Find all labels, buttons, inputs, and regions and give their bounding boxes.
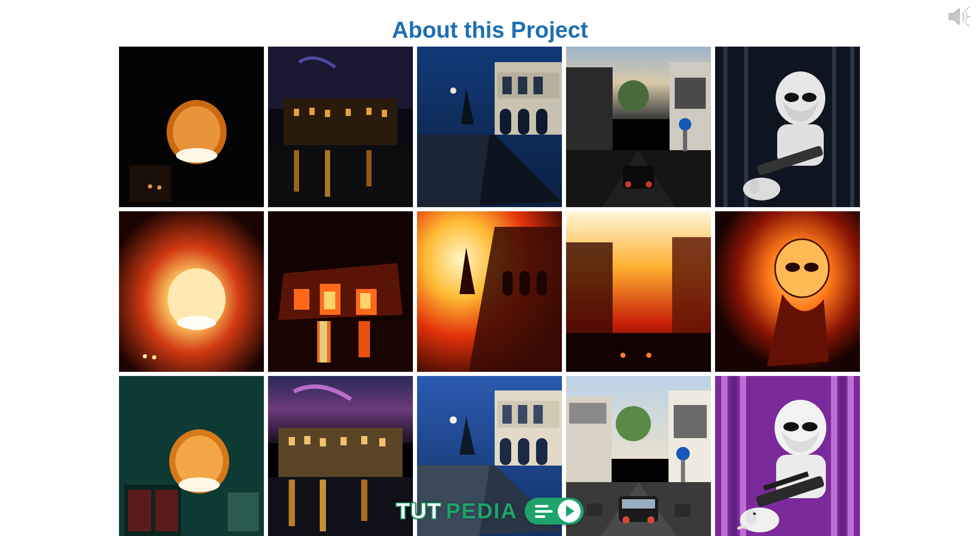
svg-point-144 (783, 422, 799, 431)
svg-point-88 (804, 263, 819, 272)
svg-rect-14 (309, 108, 315, 115)
grid-image-row1-cliff-building-dusk (417, 47, 562, 207)
grid-image-row2-street-heatmap (566, 211, 711, 372)
svg-rect-15 (325, 110, 330, 117)
svg-point-42 (646, 181, 652, 187)
svg-rect-71 (359, 321, 370, 357)
grid-image-row3-stormtrooper-enhanced (715, 376, 860, 536)
grid-image-row2-venice-heatmap (268, 211, 413, 372)
svg-point-125 (616, 406, 651, 441)
svg-rect-72 (320, 321, 327, 363)
svg-rect-91 (128, 490, 151, 531)
grid-image-row3-venice-enhanced (268, 376, 413, 536)
svg-rect-113 (500, 438, 511, 465)
svg-rect-124 (674, 405, 707, 438)
svg-rect-64 (294, 289, 309, 310)
svg-rect-28 (536, 109, 547, 135)
svg-point-111 (450, 416, 457, 424)
svg-point-145 (802, 422, 818, 431)
svg-rect-30 (502, 77, 512, 94)
grid-image-row2-lamp-heatmap (119, 211, 264, 372)
svg-rect-78 (566, 242, 613, 346)
svg-point-133 (647, 516, 655, 524)
grid-image-row1-venice-night (268, 47, 413, 207)
svg-rect-104 (361, 436, 367, 444)
svg-point-43 (679, 118, 691, 131)
svg-point-52 (802, 93, 816, 102)
grid-image-row2-stormtrooper-heatmap (715, 211, 860, 372)
svg-rect-102 (320, 438, 326, 446)
svg-rect-122 (569, 403, 606, 424)
grid-image-row3-cliff-enhanced (417, 376, 562, 536)
grid-image-row1-stormtrooper-dark (715, 47, 860, 207)
svg-rect-19 (268, 145, 413, 207)
svg-point-7 (176, 148, 217, 163)
svg-point-41 (625, 181, 631, 187)
grid-image-row1-street-evening (566, 47, 711, 207)
svg-point-150 (746, 509, 757, 525)
svg-rect-67 (324, 292, 335, 309)
svg-point-151 (753, 513, 756, 515)
grid-image-row3-street-enhanced (566, 376, 711, 536)
svg-rect-31 (518, 77, 527, 94)
svg-point-56 (749, 179, 760, 194)
svg-rect-20 (294, 150, 299, 192)
svg-rect-109 (361, 480, 367, 521)
svg-rect-18 (382, 110, 387, 117)
svg-point-51 (784, 93, 799, 102)
svg-rect-127 (681, 460, 685, 483)
svg-point-61 (143, 354, 147, 358)
svg-rect-21 (325, 150, 330, 197)
grid-image-row3-lamp-enhanced (119, 376, 264, 536)
svg-rect-13 (294, 109, 299, 116)
svg-rect-68 (360, 293, 370, 309)
svg-rect-134 (587, 503, 602, 516)
image-grid (119, 47, 859, 536)
svg-rect-69 (268, 320, 413, 372)
svg-rect-35 (670, 62, 711, 161)
svg-rect-114 (518, 438, 529, 465)
svg-point-82 (646, 353, 651, 358)
audio-speaker-icon[interactable] (946, 4, 971, 29)
svg-point-24 (450, 88, 456, 94)
svg-rect-12 (284, 98, 397, 145)
svg-rect-16 (346, 109, 351, 116)
svg-point-55 (743, 178, 780, 200)
svg-rect-99 (278, 428, 403, 477)
svg-point-62 (152, 355, 156, 359)
svg-point-37 (618, 80, 649, 111)
slide-title: About this Project (0, 15, 980, 43)
grid-image-row2-cliff-heatmap (417, 211, 562, 372)
svg-rect-108 (320, 480, 326, 531)
svg-point-9 (157, 185, 161, 190)
svg-point-60 (177, 316, 216, 329)
svg-line-2 (967, 24, 969, 26)
svg-rect-97 (228, 492, 259, 531)
slide: About this Project (0, 0, 980, 536)
svg-line-0 (967, 7, 969, 9)
svg-rect-107 (289, 480, 295, 526)
svg-rect-79 (672, 237, 711, 346)
svg-point-8 (148, 184, 152, 189)
grid-image-row1-lamp-dark (119, 47, 264, 207)
svg-rect-119 (533, 405, 543, 424)
svg-point-126 (676, 447, 690, 460)
svg-rect-22 (366, 150, 372, 186)
svg-rect-103 (340, 437, 347, 445)
svg-rect-117 (502, 405, 512, 424)
svg-rect-101 (304, 436, 310, 444)
svg-rect-75 (519, 271, 530, 296)
svg-rect-76 (537, 271, 547, 296)
svg-rect-44 (683, 131, 687, 151)
svg-rect-105 (379, 438, 385, 446)
svg-rect-36 (675, 78, 706, 109)
svg-rect-80 (566, 333, 711, 372)
svg-point-95 (179, 477, 220, 492)
svg-rect-100 (289, 437, 295, 445)
svg-rect-131 (622, 499, 655, 509)
svg-rect-135 (675, 504, 690, 517)
svg-rect-26 (500, 109, 511, 135)
svg-rect-4 (129, 166, 171, 202)
svg-point-81 (620, 353, 626, 358)
svg-point-132 (622, 516, 630, 524)
